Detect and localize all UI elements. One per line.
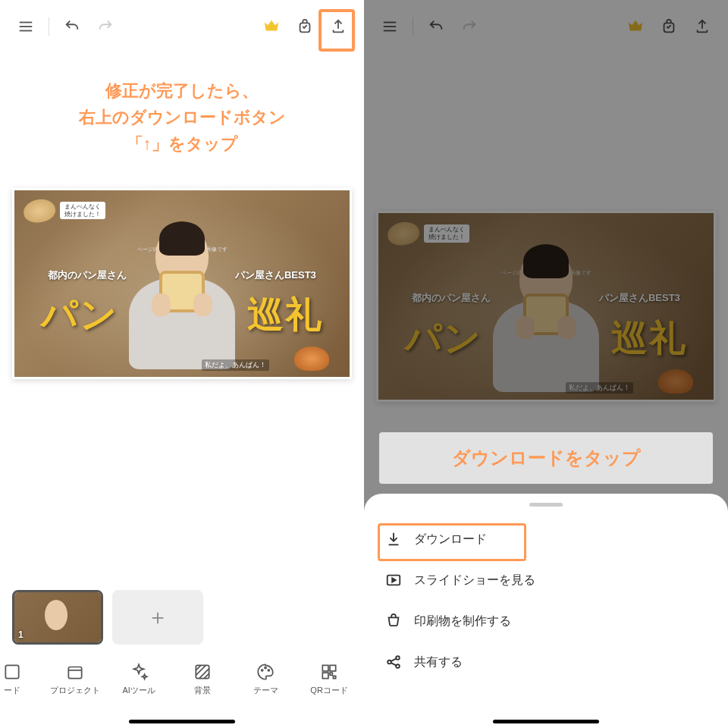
svg-rect-7 — [196, 665, 209, 678]
svg-rect-19 — [334, 676, 336, 678]
tag-bottom: 私だよ、あんぱん！ — [566, 382, 633, 394]
subtitle-right: パン屋さんBEST3 — [235, 268, 316, 282]
page-thumbnail[interactable]: 1 — [12, 590, 103, 645]
bottom-toolbar: ード プロジェクト AIツール 背景 テーマ QRコード — [0, 656, 364, 714]
design-canvas[interactable]: まんべんなく 焼けました！ ページ内の人物等はサンプル画像です 都内のパン屋さん… — [12, 188, 352, 379]
sheet-label: ダウンロード — [414, 532, 487, 548]
callout-line: 「↑」をタップ — [24, 130, 340, 157]
svg-rect-5 — [69, 667, 82, 679]
bread-badge-text: まんべんなく 焼けました！ — [424, 224, 469, 242]
tag-bottom: 私だよ、あんぱん！ — [202, 359, 269, 371]
svg-rect-18 — [330, 673, 332, 675]
divider — [413, 17, 413, 36]
callout-line: 右上のダウンロードボタン — [24, 104, 340, 130]
play-icon — [385, 572, 402, 588]
page-thumbnails: 1 ＋ — [12, 590, 352, 645]
sheet-label: 共有する — [414, 654, 463, 670]
person-illustration — [121, 225, 243, 377]
bread-badge: まんべんなく 焼けました！ — [388, 222, 469, 245]
subtitle-left: 都内のパン屋さん — [48, 268, 127, 282]
person-illustration — [485, 248, 607, 400]
title-left: パン — [405, 314, 482, 362]
bag-icon[interactable] — [291, 13, 318, 40]
tab-theme[interactable]: テーマ — [238, 662, 293, 696]
bread-badge: まんべんなく 焼けました！ — [24, 199, 105, 222]
menu-icon[interactable] — [12, 13, 39, 40]
redo-icon[interactable] — [456, 13, 483, 40]
cart-icon — [385, 613, 402, 629]
add-page-button[interactable]: ＋ — [112, 590, 203, 645]
title-right: 巡礼 — [247, 290, 323, 339]
canvas-wrap: まんべんなく 焼けました！ ページ内の人物等はサンプル画像です 都内のパン屋さん… — [376, 211, 716, 402]
svg-rect-15 — [322, 665, 328, 671]
sheet-download[interactable]: ダウンロード — [364, 519, 728, 560]
bag-icon[interactable] — [655, 13, 682, 40]
toolbar — [364, 0, 728, 53]
right-panel: まんべんなく 焼けました！ ページ内の人物等はサンプル画像です 都内のパン屋さん… — [364, 0, 728, 728]
tab-qr[interactable]: QRコード — [302, 662, 356, 696]
canvas-wrap: まんべんなく 焼けました！ ページ内の人物等はサンプル画像です 都内のパン屋さん… — [12, 188, 352, 379]
title-right: 巡礼 — [611, 314, 687, 362]
page-number: 1 — [18, 629, 24, 640]
sheet-share[interactable]: 共有する — [364, 642, 728, 682]
tab-cut[interactable]: ード — [0, 662, 39, 696]
toolbar — [0, 0, 364, 53]
tab-label: 背景 — [194, 685, 211, 696]
callout-line: 修正が完了したら、 — [24, 77, 340, 104]
bread-bottom-icon — [658, 369, 693, 394]
svg-rect-16 — [330, 665, 336, 671]
crown-icon[interactable] — [258, 13, 285, 40]
tab-label: QRコード — [310, 685, 348, 696]
svg-line-30 — [391, 663, 396, 666]
sheet-slideshow[interactable]: スライドショーを見る — [364, 560, 728, 601]
home-indicator — [129, 720, 235, 723]
title-left: パン — [41, 290, 118, 339]
instruction-callout: 修正が完了したら、 右上のダウンロードボタン 「↑」をタップ — [15, 65, 349, 170]
tab-ai[interactable]: AIツール — [111, 662, 166, 696]
tab-background[interactable]: 背景 — [175, 662, 230, 696]
divider — [49, 17, 49, 36]
svg-rect-4 — [5, 665, 18, 678]
home-indicator — [493, 720, 599, 723]
undo-icon[interactable] — [58, 13, 86, 40]
redo-icon[interactable] — [92, 13, 119, 40]
export-icon[interactable] — [689, 13, 716, 40]
share-icon — [385, 654, 402, 670]
svg-rect-17 — [322, 673, 328, 679]
tab-label: プロジェクト — [50, 685, 100, 696]
bread-badge-text: まんべんなく 焼けました！ — [60, 202, 105, 219]
svg-point-13 — [265, 667, 266, 669]
tab-label: テーマ — [253, 685, 278, 696]
svg-point-12 — [262, 670, 263, 671]
subtitle-left: 都内のパン屋さん — [412, 291, 491, 305]
crown-icon[interactable] — [622, 13, 649, 40]
tab-label: ード — [4, 685, 20, 696]
download-icon — [385, 531, 402, 548]
tab-project[interactable]: プロジェクト — [48, 662, 102, 696]
left-panel: 修正が完了したら、 右上のダウンロードボタン 「↑」をタップ まんべんなく 焼け… — [0, 0, 364, 728]
bread-icon — [386, 220, 422, 248]
subtitle-right: パン屋さんBEST3 — [599, 291, 680, 305]
svg-line-29 — [391, 658, 396, 661]
menu-icon[interactable] — [376, 13, 403, 40]
design-canvas[interactable]: まんべんなく 焼けました！ ページ内の人物等はサンプル画像です 都内のパン屋さん… — [376, 211, 716, 402]
bread-icon — [22, 196, 58, 224]
bread-bottom-icon — [294, 347, 329, 371]
sheet-handle[interactable] — [529, 503, 563, 507]
sheet-print[interactable]: 印刷物を制作する — [364, 601, 728, 642]
sheet-label: 印刷物を制作する — [414, 613, 511, 629]
export-sheet: ダウンロード スライドショーを見る 印刷物を制作する 共有する — [364, 494, 728, 728]
instruction-callout: ダウンロードをタップ — [379, 432, 713, 484]
svg-point-14 — [268, 670, 270, 671]
tab-label: AIツール — [122, 685, 155, 696]
export-icon[interactable] — [325, 13, 352, 40]
sheet-label: スライドショーを見る — [414, 573, 535, 588]
undo-icon[interactable] — [422, 13, 450, 40]
